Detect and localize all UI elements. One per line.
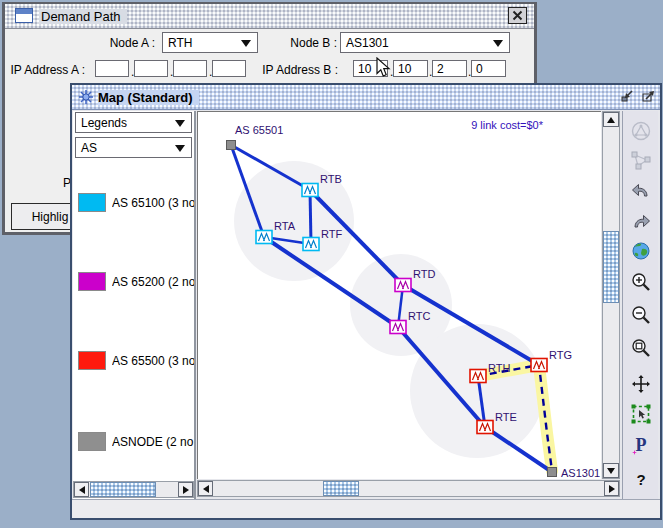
zoom-area-icon[interactable]	[629, 336, 653, 360]
horizontal-scrollbar	[197, 480, 620, 497]
node-a-value: RTH	[168, 36, 192, 50]
legend-category-select[interactable]: AS	[75, 137, 192, 158]
vertical-scrollbar	[602, 111, 620, 479]
question-glyph: ?	[636, 471, 645, 488]
ip-a-octet-2[interactable]	[134, 60, 168, 77]
scrollbar-thumb[interactable]	[603, 231, 619, 303]
window-icon	[15, 8, 33, 23]
maximize-icon[interactable]	[640, 88, 657, 104]
ip-address-b-label: IP Address B :	[255, 63, 338, 77]
node-RTE[interactable]	[477, 421, 493, 434]
link-cost-label: 9 link cost=$0*	[471, 119, 543, 131]
select-region-icon[interactable]	[629, 402, 653, 426]
topology-icon	[629, 149, 653, 173]
legend-label: AS 65100 (3 nod	[112, 196, 194, 210]
scroll-left-icon[interactable]	[74, 482, 89, 497]
legend-swatch	[78, 432, 106, 451]
chevron-down-icon	[493, 40, 503, 47]
path-label-icon[interactable]: P	[629, 433, 653, 457]
legend-item: AS 65100 (3 nod	[73, 193, 194, 215]
node-b-select[interactable]: AS1301	[340, 32, 510, 53]
chevron-down-icon	[175, 120, 185, 127]
node-AS1301[interactable]	[548, 468, 557, 477]
node-RTA[interactable]	[256, 231, 272, 244]
globe-icon[interactable]	[629, 239, 653, 263]
node-label-RTB: RTB	[320, 173, 342, 185]
map-titlebar: Map (Standard)	[72, 85, 660, 110]
legend-swatch	[78, 272, 106, 291]
scroll-down-icon[interactable]	[603, 463, 619, 478]
node-label-RTH: RTH	[488, 362, 510, 374]
undo-icon[interactable]	[629, 178, 653, 202]
node-b-value: AS1301	[346, 36, 389, 50]
legend-item: AS 65200 (2 nod	[73, 272, 194, 294]
legend-label: ASNODE (2 no	[112, 435, 194, 449]
legend-category-value: AS	[81, 141, 97, 155]
legend-type-value: Legends	[81, 116, 127, 130]
chevron-down-icon	[175, 145, 185, 152]
legend-swatch	[78, 351, 106, 370]
legend-type-select[interactable]: Legends	[75, 112, 192, 133]
restore-icon[interactable]	[619, 88, 636, 104]
as-cluster-halo	[410, 324, 544, 458]
scroll-right-icon[interactable]	[604, 481, 619, 496]
network-view-icon	[629, 119, 653, 143]
node-label-RTA: RTA	[274, 220, 296, 232]
node-b-label: Node B :	[245, 36, 337, 50]
node-a-select[interactable]: RTH	[162, 32, 258, 53]
ip-b-octet-3[interactable]: 2	[432, 60, 467, 77]
node-RTF[interactable]	[303, 238, 319, 251]
node-label-RTF: RTF	[321, 228, 342, 240]
ip-address-a-label: IP Address A :	[5, 63, 85, 77]
scroll-up-icon[interactable]	[603, 112, 619, 127]
p-glyph: P	[636, 435, 647, 456]
node-label-AS65501: AS 65501	[235, 124, 283, 136]
ip-a-octet-4[interactable]	[212, 60, 246, 77]
scrollbar-thumb[interactable]	[90, 482, 156, 497]
ip-a-octet-3[interactable]	[173, 60, 207, 77]
ip-b-octet-2[interactable]: 10	[393, 60, 428, 77]
legend-horizontal-scrollbar	[73, 481, 194, 498]
ip-b-octet-1[interactable]: 10	[353, 60, 388, 77]
node-RTC[interactable]	[390, 321, 406, 334]
node-AS65501[interactable]	[227, 141, 236, 150]
legend-item: AS 65500 (3 nod	[73, 351, 194, 373]
map-viewport[interactable]: AS 65501RTBRTARTFRTDRTCRTHRTGRTEAS1301 9…	[197, 111, 601, 479]
legend-label: AS 65500 (3 nod	[112, 354, 194, 368]
demand-path-title: Demand Path	[39, 9, 127, 24]
node-RTB[interactable]	[302, 184, 318, 197]
node-label-RTD: RTD	[413, 268, 435, 280]
legend-item: ASNODE (2 no	[73, 432, 194, 454]
help-icon[interactable]: ?	[629, 467, 653, 491]
scroll-left-icon[interactable]	[198, 481, 213, 496]
topology-canvas[interactable]: AS 65501RTBRTARTFRTDRTCRTHRTGRTEAS1301	[198, 112, 601, 479]
node-RTG[interactable]	[531, 359, 547, 372]
node-label-RTE: RTE	[495, 411, 517, 423]
map-toolbar: P ?	[622, 111, 658, 499]
node-label-RTC: RTC	[408, 310, 430, 322]
ip-b-octet-4[interactable]: 0	[471, 60, 506, 77]
zoom-out-icon[interactable]	[629, 303, 653, 327]
legend-label: AS 65200 (2 nod	[112, 275, 194, 289]
node-RTD[interactable]	[395, 279, 411, 292]
legend-panel: Legends AS AS 65100 (3 nod AS 65200 (2 n…	[73, 111, 196, 499]
zoom-in-icon[interactable]	[629, 270, 653, 294]
node-label-AS1301: AS1301	[561, 467, 600, 479]
desktop: Demand Path Node A : RTH Node B : AS1301…	[0, 0, 663, 528]
status-bar	[72, 499, 660, 518]
map-icon	[78, 89, 94, 109]
demand-path-titlebar: Demand Path	[5, 4, 534, 29]
ip-a-octet-1[interactable]	[95, 60, 129, 77]
redo-icon[interactable]	[629, 209, 653, 233]
scrollbar-thumb[interactable]	[323, 481, 359, 496]
map-window: Map (Standard)	[70, 83, 662, 520]
map-title: Map (Standard)	[98, 90, 199, 105]
legend-swatch	[78, 193, 106, 212]
node-RTH[interactable]	[470, 370, 486, 383]
link-RTF-RTB[interactable]	[310, 190, 311, 244]
pan-icon[interactable]	[629, 372, 653, 396]
node-a-label: Node A :	[60, 36, 155, 50]
scroll-right-icon[interactable]	[178, 482, 193, 497]
close-icon[interactable]	[508, 7, 527, 24]
node-label-RTG: RTG	[549, 349, 572, 361]
